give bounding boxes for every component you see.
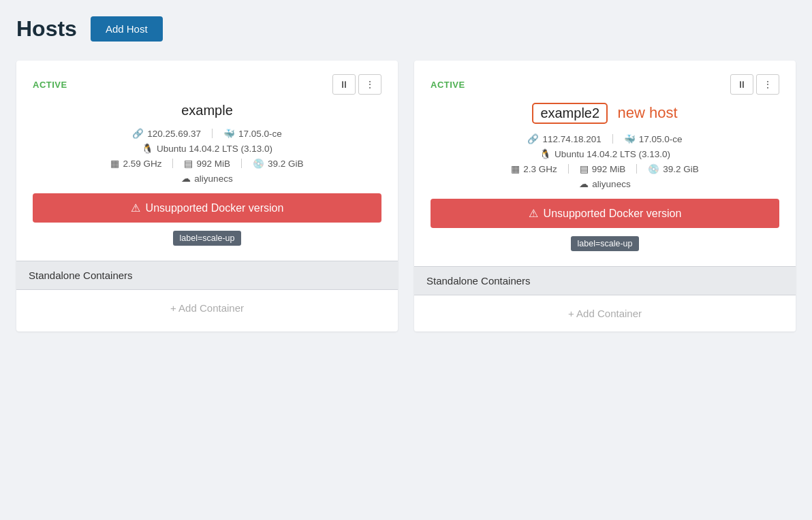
cloud-icon: ☁ xyxy=(579,178,589,189)
os-value: Ubuntu 14.04.2 LTS (3.13.0) xyxy=(555,149,670,159)
cloud-item: ☁ aliyunecs xyxy=(579,178,630,189)
page-header: Hosts Add Host xyxy=(16,16,796,42)
disk-item: 💿 39.2 GiB xyxy=(648,163,699,174)
info-row-network: 🔗 112.74.18.201 🐳 17.05.0-ce xyxy=(527,133,682,144)
docker-version: 17.05.0-ce xyxy=(639,134,683,144)
pause-button[interactable]: ⏸ xyxy=(332,74,356,95)
vertical-divider xyxy=(172,159,173,168)
host-card-inner: ACTIVE ⏸ ⋮ example 🔗 120.25.69. xyxy=(16,61,398,261)
info-row-os: 🐧 Ubuntu 14.04.2 LTS (3.13.0) xyxy=(540,148,670,159)
status-badge: ACTIVE xyxy=(33,80,67,90)
vertical-divider xyxy=(568,164,569,174)
label-row: label=scale-up xyxy=(33,231,381,248)
card-actions: ⏸ ⋮ xyxy=(730,74,779,95)
memory-value: 992 MiB xyxy=(196,159,230,169)
more-icon: ⋮ xyxy=(365,79,375,90)
warning-label: Unsupported Docker version xyxy=(146,202,284,214)
vertical-divider xyxy=(612,134,613,144)
cpu-item: ▦ 2.59 GHz xyxy=(110,158,161,169)
link-icon: 🔗 xyxy=(132,128,144,139)
label-tag: label=scale-up xyxy=(173,231,242,246)
standalone-section: Standalone Containers + Add Container xyxy=(414,266,796,331)
ip-value: 120.25.69.37 xyxy=(147,129,201,139)
disk-value: 39.2 GiB xyxy=(268,159,304,169)
ip-item: 🔗 112.74.18.201 xyxy=(527,133,601,144)
pause-button[interactable]: ⏸ xyxy=(730,74,753,95)
standalone-header: Standalone Containers xyxy=(414,267,796,295)
unsupported-docker-button[interactable]: ⚠ Unsupported Docker version xyxy=(33,193,381,223)
more-button[interactable]: ⋮ xyxy=(756,74,779,95)
card-top: ACTIVE ⏸ ⋮ xyxy=(33,74,381,95)
warning-icon: ⚠ xyxy=(529,207,538,220)
add-container-button[interactable]: + Add Container xyxy=(16,290,398,326)
os-item: 🐧 Ubuntu 14.04.2 LTS (3.13.0) xyxy=(540,148,670,159)
cpu-value: 2.59 GHz xyxy=(123,159,161,169)
add-container-button[interactable]: + Add Container xyxy=(414,295,796,331)
vertical-divider xyxy=(241,159,242,168)
info-row-cloud: ☁ aliyunecs xyxy=(579,178,630,189)
warning-label: Unsupported Docker version xyxy=(544,208,682,220)
host-card-host2: ACTIVE ⏸ ⋮ example2 new host xyxy=(414,61,796,331)
more-icon: ⋮ xyxy=(763,79,772,90)
os-item: 🐧 Ubuntu 14.04.2 LTS (3.13.0) xyxy=(142,143,272,154)
docker-item: 🐳 17.05.0-ce xyxy=(223,128,282,139)
hosts-grid: ACTIVE ⏸ ⋮ example 🔗 120.25.69. xyxy=(16,61,796,331)
pause-icon: ⏸ xyxy=(737,79,747,90)
memory-icon: ▤ xyxy=(184,158,193,169)
standalone-header: Standalone Containers xyxy=(16,261,398,290)
card-top: ACTIVE ⏸ ⋮ xyxy=(431,74,779,95)
standalone-section: Standalone Containers + Add Container xyxy=(16,261,398,326)
more-button[interactable]: ⋮ xyxy=(358,74,381,95)
info-row-specs: ▦ 2.59 GHz ▤ 992 MiB 💿 39.2 GiB xyxy=(110,158,303,169)
host-info: 🔗 112.74.18.201 🐳 17.05.0-ce 🐧 Ubuntu 14… xyxy=(431,133,779,189)
disk-item: 💿 39.2 GiB xyxy=(253,158,304,169)
cpu-icon: ▦ xyxy=(511,163,520,174)
memory-item: ▤ 992 MiB xyxy=(184,158,230,169)
cpu-icon: ▦ xyxy=(110,158,119,169)
add-host-button[interactable]: Add Host xyxy=(91,16,163,42)
disk-value: 39.2 GiB xyxy=(663,164,699,174)
info-row-os: 🐧 Ubuntu 14.04.2 LTS (3.13.0) xyxy=(142,143,272,154)
cpu-item: ▦ 2.3 GHz xyxy=(511,163,557,174)
cpu-value: 2.3 GHz xyxy=(523,164,557,174)
host-name-row: example2 new host xyxy=(431,103,779,124)
label-tag: label=scale-up xyxy=(571,236,640,251)
card-actions: ⏸ ⋮ xyxy=(332,74,381,95)
host-name: example xyxy=(181,103,233,118)
linux-icon: 🐧 xyxy=(540,148,551,159)
cloud-item: ☁ aliyunecs xyxy=(181,173,232,184)
memory-icon: ▤ xyxy=(580,163,589,174)
unsupported-docker-button[interactable]: ⚠ Unsupported Docker version xyxy=(431,199,779,228)
host-name-highlight: example2 xyxy=(532,103,608,124)
docker-icon: 🐳 xyxy=(624,133,636,144)
ip-item: 🔗 120.25.69.37 xyxy=(132,128,201,139)
label-row: label=scale-up xyxy=(431,236,779,254)
info-row-cloud: ☁ aliyunecs xyxy=(181,173,232,184)
page-title: Hosts xyxy=(16,16,77,42)
link-icon: 🔗 xyxy=(527,133,539,144)
new-host-label: new host xyxy=(618,104,678,121)
os-value: Ubuntu 14.04.2 LTS (3.13.0) xyxy=(157,144,272,154)
host-name-row: example xyxy=(33,103,381,118)
vertical-divider xyxy=(212,129,213,138)
linux-icon: 🐧 xyxy=(142,143,153,154)
cloud-value: aliyunecs xyxy=(194,174,232,184)
disk-icon: 💿 xyxy=(648,163,659,174)
vertical-divider xyxy=(636,164,637,174)
pause-icon: ⏸ xyxy=(339,79,349,90)
host-card-inner: ACTIVE ⏸ ⋮ example2 new host xyxy=(414,61,796,266)
cloud-icon: ☁ xyxy=(181,173,191,184)
docker-version: 17.05.0-ce xyxy=(238,129,282,139)
host-card-host1: ACTIVE ⏸ ⋮ example 🔗 120.25.69. xyxy=(16,61,398,331)
docker-icon: 🐳 xyxy=(223,128,235,139)
cloud-value: aliyunecs xyxy=(592,179,630,189)
warning-icon: ⚠ xyxy=(131,201,140,214)
host-info: 🔗 120.25.69.37 🐳 17.05.0-ce 🐧 Ubuntu 14.… xyxy=(33,128,381,184)
status-badge: ACTIVE xyxy=(431,80,465,90)
docker-item: 🐳 17.05.0-ce xyxy=(624,133,683,144)
info-row-specs: ▦ 2.3 GHz ▤ 992 MiB 💿 39.2 GiB xyxy=(511,163,699,174)
memory-value: 992 MiB xyxy=(592,164,626,174)
ip-value: 112.74.18.201 xyxy=(542,134,601,144)
disk-icon: 💿 xyxy=(253,158,264,169)
memory-item: ▤ 992 MiB xyxy=(580,163,626,174)
